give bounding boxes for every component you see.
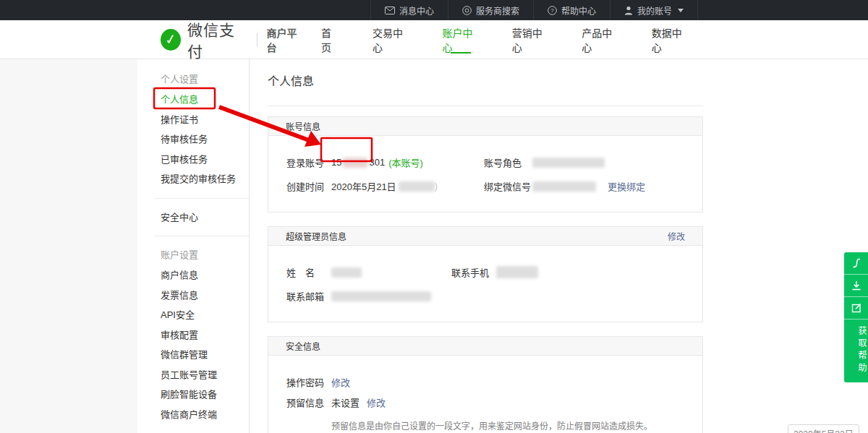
topbar-item-label: 消息中心 — [399, 4, 434, 17]
table-row: 预留信息 未设置 修改 — [286, 390, 702, 414]
security-info-card-title: 安全信息 — [286, 340, 320, 352]
nav-item-account-center[interactable]: 账户中心 — [425, 20, 495, 59]
get-help-button[interactable]: 获取帮助 — [844, 320, 868, 382]
edit-reserve-info-link[interactable]: 修改 — [367, 395, 386, 409]
topbar-item-my-account[interactable]: 我的账号 — [610, 0, 698, 20]
super-admin-card: 超级管理员信息 修改 姓 名 联系手机 联系邮箱 — [268, 226, 703, 322]
download-button[interactable] — [844, 275, 868, 297]
svg-text:?: ? — [550, 7, 554, 14]
logo-divider — [257, 33, 258, 46]
redacted-account-role — [532, 158, 605, 168]
topbar-item-label: 帮助中心 — [561, 4, 596, 17]
table-row: 姓 名 联系手机 — [286, 260, 702, 284]
super-admin-card-title: 超级管理员信息 — [286, 230, 346, 242]
sidebar: 个人设置 个人信息 操作证书 待审核任务 已审核任务 我提交的审核任务 安全中心… — [137, 59, 250, 433]
login-account-value: 15 301 (本账号) — [331, 155, 423, 169]
sidebar-item-operation-cert[interactable]: 操作证书 — [137, 110, 249, 130]
nav-item-home[interactable]: 首页 — [305, 20, 356, 59]
link-icon — [851, 257, 862, 269]
page-title: 个人信息 — [268, 72, 703, 106]
sidebar-group-account-settings: 账户设置 — [137, 245, 249, 265]
redacted-bound-wechat — [532, 181, 596, 192]
redacted-admin-name — [331, 267, 362, 278]
edit-icon — [851, 302, 862, 314]
sidebar-group-personal-settings: 个人设置 — [137, 69, 249, 90]
feedback-button[interactable] — [844, 297, 868, 320]
security-info-card: 安全信息 操作密码 修改 预留信息 未设置 修改 预留信息是由你自己设置的一段文… — [268, 336, 703, 433]
sidebar-item-wechat-group-management[interactable]: 微信群管理 — [137, 345, 249, 365]
sidebar-divider — [154, 198, 249, 199]
sidebar-divider — [154, 236, 249, 236]
sidebar-item-staff-account-management[interactable]: 员工账号管理 — [137, 365, 249, 385]
sidebar-item-invoice-info[interactable]: 发票信息 — [137, 286, 249, 306]
table-row: 创建时间 2020年5月21日 ) 绑定微信号 更换绑定 — [286, 174, 702, 198]
site-header: ✓ 微信支付 商户平台 首页 交易中心 账户中心 营销中心 产品中心 数据中心 — [0, 20, 868, 59]
left-gutter — [0, 59, 137, 433]
floating-help-bar: 获取帮助 — [844, 252, 868, 382]
edit-admin-link[interactable]: 修改 — [668, 230, 685, 242]
contact-email-label: 联系邮箱 — [286, 289, 331, 303]
table-row: 登录账号 15 301 (本账号) 账号角色 — [286, 150, 702, 174]
sidebar-item-api-security[interactable]: API安全 — [137, 305, 249, 325]
logo-text: 微信支付 — [187, 18, 247, 61]
chevron-down-icon — [678, 9, 684, 12]
redacted-contact-phone — [496, 266, 538, 278]
created-time-value: 2020年5月21日 ) — [331, 179, 438, 193]
change-binding-link[interactable]: 更换绑定 — [608, 179, 645, 193]
reserve-info-description: 预留信息是由你自己设置的一段文字，用来鉴定网站身份，防止假冒网站造成损失。 配置… — [331, 420, 702, 433]
sidebar-item-review-config[interactable]: 审核配置 — [137, 325, 249, 346]
redacted-login-middle — [343, 158, 367, 168]
account-role-label: 账号角色 — [484, 155, 532, 169]
user-icon — [624, 6, 633, 15]
quick-link-button[interactable] — [844, 252, 868, 275]
bound-wechat-label: 绑定微信号 — [484, 179, 532, 193]
account-info-card-title: 账号信息 — [286, 120, 320, 132]
admin-name-label: 姓 名 — [286, 265, 331, 279]
sidebar-item-personal-info[interactable]: 个人信息 — [137, 90, 249, 110]
redacted-created-time — [399, 181, 435, 192]
main-nav: 首页 交易中心 账户中心 营销中心 产品中心 数据中心 — [305, 20, 705, 59]
topbar-item-service-provider-search[interactable]: 服务商搜索 — [448, 0, 533, 20]
topbar-item-message-center[interactable]: 消息中心 — [370, 0, 448, 20]
mail-icon — [385, 7, 395, 14]
current-account-tag: (本账号) — [388, 155, 423, 169]
sidebar-item-wechat-merchant-terminal[interactable]: 微信商户终端 — [137, 405, 249, 425]
sidebar-item-pending-review-tasks[interactable]: 待审核任务 — [137, 129, 249, 150]
page-body: 个人设置 个人信息 操作证书 待审核任务 已审核任务 我提交的审核任务 安全中心… — [0, 59, 868, 433]
table-row: 联系邮箱 — [286, 284, 702, 308]
sidebar-item-face-smart-device[interactable]: 刷脸智能设备 — [137, 385, 249, 405]
wechat-pay-logo[interactable]: ✓ 微信支付 商户平台 — [161, 18, 305, 61]
top-utility-bar: 消息中心 服务商搜索 ? 帮助中心 我的账号 — [0, 0, 868, 20]
help-icon: ? — [548, 6, 557, 15]
nav-item-marketing-center[interactable]: 营销中心 — [495, 20, 565, 59]
reserve-info-status: 未设置 — [331, 395, 359, 409]
topbar-item-label: 我的账号 — [637, 4, 672, 17]
sidebar-item-reviewed-tasks[interactable]: 已审核任务 — [137, 150, 249, 170]
edit-password-link[interactable]: 修改 — [331, 375, 350, 389]
date-tooltip: 2020年5月22日 — [788, 424, 859, 433]
topbar-item-help-center[interactable]: ? 帮助中心 — [533, 0, 610, 20]
download-icon — [851, 280, 862, 291]
nav-item-data-center[interactable]: 数据中心 — [635, 20, 705, 59]
redacted-contact-email — [331, 291, 431, 301]
sidebar-item-merchant-info[interactable]: 商户信息 — [137, 265, 249, 286]
sidebar-item-my-submitted-tasks[interactable]: 我提交的审核任务 — [137, 169, 249, 189]
wechat-pay-logo-icon: ✓ — [161, 29, 181, 51]
topbar-item-label: 服务商搜索 — [476, 4, 519, 17]
nav-item-product-center[interactable]: 产品中心 — [565, 20, 634, 59]
operation-password-label: 操作密码 — [286, 375, 331, 389]
sidebar-item-security-center[interactable]: 安全中心 — [137, 207, 249, 228]
created-time-label: 创建时间 — [286, 179, 331, 193]
login-account-label: 登录账号 — [286, 155, 331, 169]
reserve-info-label: 预留信息 — [286, 395, 331, 409]
main-content: 个人信息 账号信息 登录账号 15 301 (本账号) — [250, 59, 868, 433]
search-circle-icon — [462, 6, 472, 15]
portal-name: 商户平台 — [266, 25, 304, 54]
contact-phone-label: 联系手机 — [451, 265, 496, 279]
account-info-card: 账号信息 登录账号 15 301 (本账号) 账号角色 — [268, 116, 703, 213]
nav-item-transaction-center[interactable]: 交易中心 — [356, 20, 425, 59]
